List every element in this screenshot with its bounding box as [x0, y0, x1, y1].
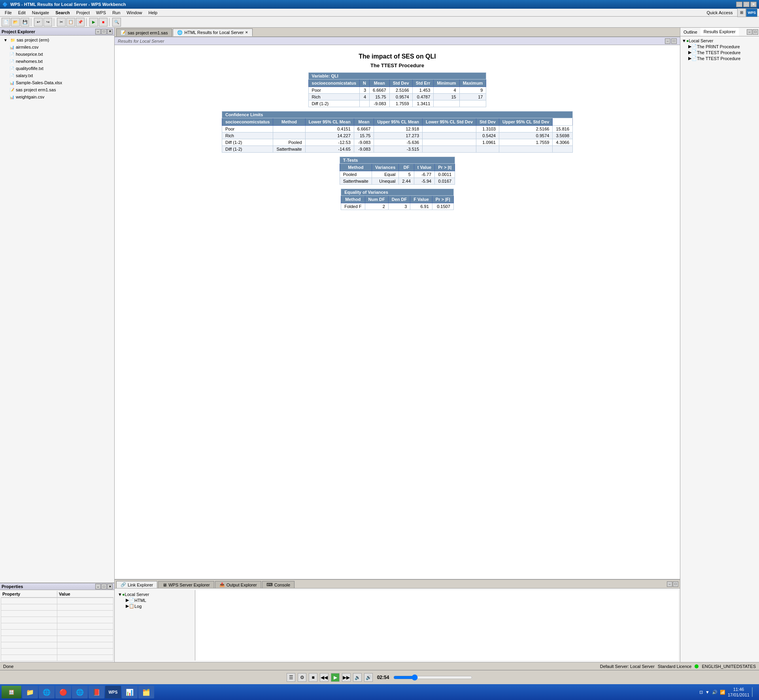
props-collapse-btn[interactable]: – [95, 584, 101, 589]
show-desktop-btn[interactable] [752, 687, 754, 697]
close-button[interactable]: ✕ [750, 2, 757, 7]
stop-btn[interactable]: ■ [99, 18, 108, 26]
menu-navigate[interactable]: Navigate [29, 9, 52, 16]
taskbar-network-icon[interactable]: 📶 [720, 690, 725, 695]
results-title-bar: Results for Local Server – □ [115, 37, 680, 45]
cl-upper-poor: 12.918 [374, 126, 423, 132]
search-toolbar-btn[interactable]: 🔍 [112, 18, 121, 26]
cell-poor: Poor [308, 87, 359, 94]
tree-item-salary[interactable]: 📄 salary.txt [1, 72, 113, 79]
menu-help[interactable]: Help [145, 9, 160, 16]
panel-close-btn[interactable]: ✕ [107, 29, 113, 34]
props-close-btn[interactable]: ✕ [107, 584, 113, 589]
media-menu-btn[interactable]: ☰ [287, 673, 295, 682]
new-btn[interactable]: 📄 [2, 18, 10, 26]
folder-icon: 📁 [9, 37, 16, 43]
results-panel-expand[interactable]: □ [671, 38, 677, 44]
tree-item-newhomes[interactable]: 📄 newhomes.txt [1, 58, 113, 65]
tab-html-close-icon[interactable]: ✕ [245, 30, 248, 34]
media-stop-btn[interactable]: ■ [309, 673, 317, 682]
results-ttest-proc-1[interactable]: ▶ 📄 The TTEST Procedure [682, 49, 757, 55]
bottom-panel-collapse[interactable]: – [667, 581, 672, 587]
menu-file[interactable]: File [2, 9, 15, 16]
results-ttest-proc-2[interactable]: ▶ 📄 The TTEST Procedure [682, 55, 757, 61]
taskbar-app4-btn[interactable]: 🌐 [72, 686, 88, 698]
tree-root-folder[interactable]: ▼ 📁 sas project (erm) [1, 36, 113, 44]
tab-html-results[interactable]: 🌐 HTML Results for Local Server ✕ [173, 28, 253, 36]
taskbar-minimize-icon[interactable]: ⊡ [699, 690, 703, 695]
clock-display: 11:46 17/01/2011 [728, 687, 750, 698]
tree-item-weightgain[interactable]: 📊 weightgain.csv [1, 93, 113, 100]
tree-item-sample-sales[interactable]: 📊 Sample-Sales-Data.xlsx [1, 79, 113, 86]
menu-run[interactable]: Run [109, 9, 123, 16]
props-expand-btn[interactable]: □ [101, 584, 107, 589]
menu-edit[interactable]: Edit [15, 9, 29, 16]
media-vol-up-btn[interactable]: 🔊 [364, 673, 373, 682]
media-settings-btn[interactable]: ⚙ [298, 673, 306, 682]
ttest-table: T-Tests Method Variances DF t Value Pr >… [340, 157, 455, 185]
tab-results-explorer[interactable]: Results Explorer [700, 28, 739, 36]
cl-upper-sd-diff1: 1.7559 [499, 139, 553, 146]
bottom-panel-expand[interactable]: □ [673, 581, 678, 587]
confidence-table: Confidence Limits socioeconomicstatus Me… [222, 111, 573, 153]
cl-sd-rich: 0.5424 [476, 132, 499, 139]
taskbar-app7-btn[interactable]: 📊 [122, 686, 138, 698]
media-play-btn[interactable]: ▶ [331, 673, 340, 682]
cut-btn[interactable]: ✂ [57, 18, 66, 26]
link-local-server[interactable]: ▼ ● Local Server [118, 592, 193, 597]
panel-collapse-btn[interactable]: – [95, 29, 101, 34]
paste-btn[interactable]: 📌 [76, 18, 85, 26]
redo-btn[interactable]: ↪ [43, 18, 52, 26]
status-bar: Done Default Server: Local Server Standa… [0, 662, 759, 670]
link-log[interactable]: ▶ 📋 Log [118, 603, 193, 609]
taskbar-app5-btn[interactable]: 📕 [89, 686, 104, 698]
media-progress-slider[interactable] [393, 674, 472, 681]
tab-output-explorer[interactable]: 📤 Output Explorer [215, 581, 261, 588]
menu-project[interactable]: Project [73, 9, 93, 16]
taskbar-app3-btn[interactable]: 🔴 [55, 686, 71, 698]
media-forward-btn[interactable]: ▶▶ [342, 673, 351, 682]
taskbar-hide-icon[interactable]: ▼ [705, 690, 710, 694]
taskbar-folder-btn[interactable]: 📁 [22, 686, 38, 698]
tree-item-sas-project[interactable]: 📝 sas project erm1.sas [1, 86, 113, 93]
cell-min-diff [434, 100, 459, 107]
right-panel-expand[interactable]: □ [753, 29, 758, 35]
menu-search[interactable]: Search [52, 9, 73, 16]
tab-console[interactable]: ⌨ Console [262, 581, 295, 588]
quick-access-wps-btn[interactable]: WPS [746, 8, 757, 17]
results-print-proc[interactable]: ▶ 📄 The PRINT Procedure [682, 44, 757, 49]
link-html[interactable]: ▶ 📄 HTML [118, 597, 193, 603]
tab-link-explorer[interactable]: 🔗 Link Explorer [116, 581, 157, 588]
undo-btn[interactable]: ↩ [34, 18, 43, 26]
panel-expand-btn[interactable]: □ [101, 29, 107, 34]
save-btn[interactable]: 💾 [21, 18, 29, 26]
tt-unequal: Unequal [372, 178, 398, 185]
tab-outline[interactable]: Outline [680, 28, 700, 36]
tab-wps-server-explorer[interactable]: 🖥 WPS Server Explorer [158, 581, 214, 588]
right-panel-collapse[interactable]: – [747, 29, 752, 35]
start-button[interactable]: 🪟 [2, 686, 21, 698]
results-local-server[interactable]: ▼ ● Local Server [682, 38, 757, 44]
taskbar-browser-btn[interactable]: 🌐 [39, 686, 55, 698]
menu-wps[interactable]: WPS [93, 9, 109, 16]
tree-item-qualityoflife[interactable]: 📄 qualityoflife.txt [1, 65, 113, 72]
taskbar-wps-btn[interactable]: WPS [105, 686, 121, 698]
tab-sas-editor[interactable]: 📝 sas project erm1.sas [116, 28, 172, 36]
taskbar-app8-btn[interactable]: 🗂️ [138, 686, 154, 698]
results-panel-collapse[interactable]: – [665, 38, 670, 44]
cl-upper-rich: 17.273 [374, 132, 423, 139]
minimize-button[interactable]: _ [736, 2, 742, 7]
tree-item-airmiles[interactable]: 📊 airmiles.csv [1, 44, 113, 51]
tab-sas-label: sas project erm1.sas [128, 30, 168, 35]
menu-window[interactable]: Window [123, 9, 145, 16]
copy-btn[interactable]: 📋 [66, 18, 75, 26]
taskbar-speaker-icon[interactable]: 🔊 [712, 690, 717, 695]
tree-item-houseprice[interactable]: 📄 houseprice.txt [1, 51, 113, 58]
run-btn[interactable]: ▶ [89, 18, 98, 26]
media-rewind-btn[interactable]: ◀◀ [320, 673, 329, 682]
ttest-report: The impact of SES on QLI The TTEST Proce… [119, 49, 676, 217]
open-btn[interactable]: 📂 [11, 18, 20, 26]
quick-access-btn1[interactable]: ⊞ [737, 8, 746, 17]
media-vol-down-btn[interactable]: 🔉 [353, 673, 362, 682]
maximize-button[interactable]: □ [743, 2, 750, 7]
